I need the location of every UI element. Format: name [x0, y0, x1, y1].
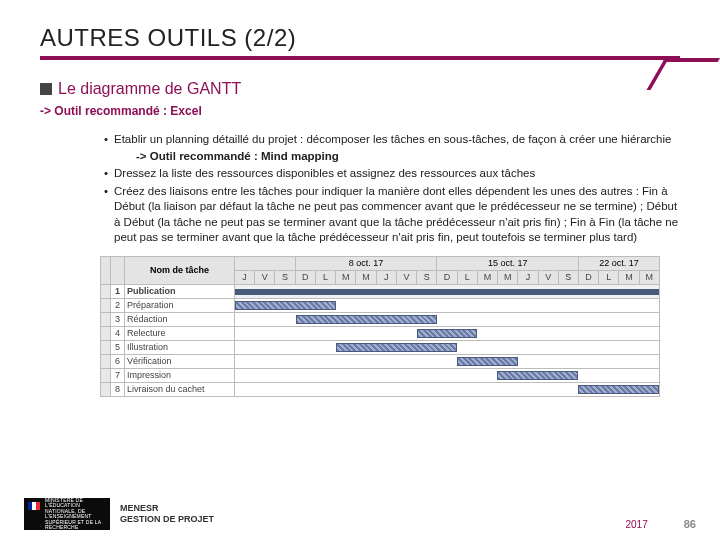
footer-org1: MENESR: [120, 503, 214, 514]
row-number: 5: [111, 340, 125, 354]
row-number: 1: [111, 284, 125, 298]
day-head: V: [538, 270, 558, 284]
section-heading: Le diagramme de GANTT: [40, 80, 680, 98]
row-handle: [101, 312, 111, 326]
task-name-cell: Rédaction: [125, 312, 235, 326]
section-heading-text: Le diagramme de GANTT: [58, 80, 241, 97]
task-name-cell: Publication: [125, 284, 235, 298]
day-head: D: [295, 270, 315, 284]
table-row: 5Illustration: [101, 340, 660, 354]
gantt-bar-cell: [235, 312, 660, 326]
row-number: 7: [111, 368, 125, 382]
day-head: L: [315, 270, 335, 284]
footer-org2: GESTION DE PROJET: [120, 514, 214, 525]
table-row: 8Livraison du cachet: [101, 382, 660, 396]
task-name-cell: Vérification: [125, 354, 235, 368]
ministry-logo: MINISTÈRE DE L'ÉDUCATION NATIONALE, DE L…: [24, 498, 110, 530]
gantt-bar: [457, 357, 518, 366]
bullet-item: Dressez la liste des ressources disponib…: [104, 166, 680, 182]
table-row: 1Publication: [101, 284, 660, 298]
week-3: 22 oct. 17: [578, 256, 659, 270]
day-head: J: [376, 270, 396, 284]
week-1: 8 oct. 17: [295, 256, 437, 270]
row-number: 6: [111, 354, 125, 368]
gantt-bar: [235, 301, 336, 310]
gantt-bar: [417, 329, 478, 338]
day-head: M: [639, 270, 659, 284]
gantt-bar-cell: [235, 354, 660, 368]
gantt-bar: [235, 289, 659, 295]
bullet-subline: -> Outil recommandé : Mind mapping: [136, 149, 680, 165]
gantt-bar: [497, 371, 578, 380]
day-head: M: [619, 270, 639, 284]
row-handle: [101, 326, 111, 340]
day-head: L: [457, 270, 477, 284]
day-head: S: [417, 270, 437, 284]
section-subtitle: -> Outil recommandé : Excel: [40, 104, 680, 118]
gantt-bar: [296, 315, 437, 324]
table-row: 7Impression: [101, 368, 660, 382]
gantt-table-wrap: Nom de tâche 8 oct. 17 15 oct. 17 22 oct…: [100, 256, 660, 397]
table-row: 6Vérification: [101, 354, 660, 368]
day-head: J: [235, 270, 255, 284]
row-number: 3: [111, 312, 125, 326]
task-name-head: Nom de tâche: [125, 256, 235, 284]
gantt-bar-cell: [235, 298, 660, 312]
row-number: 8: [111, 382, 125, 396]
row-number: 4: [111, 326, 125, 340]
day-head: L: [599, 270, 619, 284]
gantt-bar-cell: [235, 382, 660, 396]
ministry-logo-text: MINISTÈRE DE L'ÉDUCATION NATIONALE, DE L…: [45, 498, 107, 531]
slide-title: AUTRES OUTILS (2/2): [40, 24, 680, 52]
day-head: M: [356, 270, 376, 284]
day-head: M: [336, 270, 356, 284]
row-num-head: [111, 256, 125, 284]
title-decoration: [647, 58, 720, 90]
week-pre: [235, 256, 296, 270]
week-2: 15 oct. 17: [437, 256, 579, 270]
footer-org-block: MENESR GESTION DE PROJET: [120, 503, 214, 525]
task-name-cell: Relecture: [125, 326, 235, 340]
row-handle-head: [101, 256, 111, 284]
row-handle: [101, 368, 111, 382]
day-head: V: [396, 270, 416, 284]
row-number: 2: [111, 298, 125, 312]
bullet-item: Créez des liaisons entre les tâches pour…: [104, 184, 680, 246]
day-head: S: [275, 270, 295, 284]
gantt-bar-cell: [235, 326, 660, 340]
task-name-cell: Illustration: [125, 340, 235, 354]
day-head: D: [437, 270, 457, 284]
day-head: V: [255, 270, 275, 284]
table-row: 4Relecture: [101, 326, 660, 340]
footer-year: 2017: [626, 519, 648, 530]
row-handle: [101, 284, 111, 298]
bullet-text: Créez des liaisons entre les tâches pour…: [114, 185, 678, 244]
bullet-item: Etablir un planning détaillé du projet :…: [104, 132, 680, 164]
day-head: M: [477, 270, 497, 284]
gantt-bar: [578, 385, 659, 394]
square-bullet-icon: [40, 83, 52, 95]
task-name-cell: Préparation: [125, 298, 235, 312]
day-head: D: [578, 270, 598, 284]
bullet-text: Dressez la liste des ressources disponib…: [114, 167, 535, 179]
bullet-text: Etablir un planning détaillé du projet :…: [114, 133, 671, 145]
slide-footer: MINISTÈRE DE L'ÉDUCATION NATIONALE, DE L…: [0, 498, 720, 530]
gantt-table: Nom de tâche 8 oct. 17 15 oct. 17 22 oct…: [100, 256, 660, 397]
page-number: 86: [684, 518, 696, 530]
row-handle: [101, 382, 111, 396]
row-handle: [101, 298, 111, 312]
day-head: S: [558, 270, 578, 284]
gantt-bar: [336, 343, 457, 352]
task-name-cell: Impression: [125, 368, 235, 382]
bullet-list: Etablir un planning détaillé du projet :…: [104, 132, 680, 246]
task-name-cell: Livraison du cachet: [125, 382, 235, 396]
gantt-bar-cell: [235, 368, 660, 382]
day-head: J: [518, 270, 538, 284]
table-row: 3Rédaction: [101, 312, 660, 326]
row-handle: [101, 354, 111, 368]
row-handle: [101, 340, 111, 354]
table-row: 2Préparation: [101, 298, 660, 312]
france-flag-icon: [28, 502, 40, 510]
gantt-bar-cell: [235, 340, 660, 354]
day-head: M: [498, 270, 518, 284]
